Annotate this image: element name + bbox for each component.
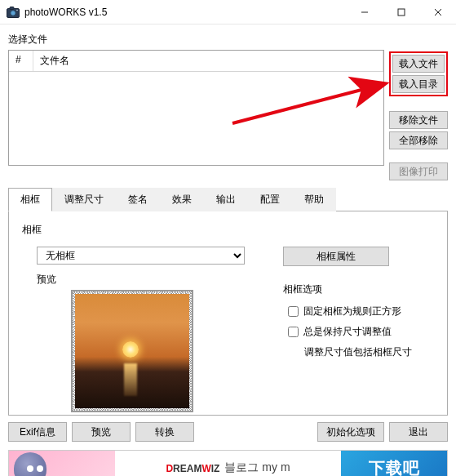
file-list-header: # 文件名	[9, 51, 383, 72]
app-icon	[7, 7, 20, 18]
exit-button[interactable]: 退出	[389, 422, 448, 442]
keep-size-note: 调整尺寸值包括相框尺寸	[304, 345, 434, 359]
tab-signature[interactable]: 签名	[116, 188, 160, 211]
tab-bar: 相框 调整尺寸 签名 效果 输出 配置 帮助	[8, 187, 448, 211]
convert-button[interactable]: 转换	[135, 422, 194, 442]
preview-image	[75, 294, 189, 408]
ad-middle: DREAMWIZ 블로그 my m	[115, 451, 341, 476]
fixed-square-checkbox[interactable]	[288, 306, 299, 317]
preview-button[interactable]: 预览	[72, 422, 131, 442]
ad-text: 블로그 my m	[224, 460, 290, 475]
tab-panel-frame: 相框 无相框 预览	[8, 211, 448, 416]
select-file-label: 选择文件	[8, 33, 448, 47]
keep-size-label: 总是保持尺寸调整值	[303, 325, 392, 339]
frame-options-title: 相框选项	[283, 282, 434, 296]
col-filename[interactable]: 文件名	[33, 51, 383, 71]
file-list-body[interactable]	[9, 72, 383, 165]
remove-file-button[interactable]: 移除文件	[389, 111, 448, 129]
ad-character	[9, 451, 115, 476]
fixed-square-label: 固定相框为规则正方形	[303, 305, 401, 318]
titlebar: photoWORKS v1.5	[0, 0, 456, 24]
fixed-square-row[interactable]: 固定相框为规则正方形	[288, 305, 434, 318]
ad-right-badge: 下载吧	[341, 451, 447, 476]
bottom-bar: Exif信息 预览 转换 初始化选项 退出	[0, 416, 456, 448]
frame-properties-button[interactable]: 相框属性	[283, 247, 389, 266]
ad-brand: DREAMWIZ	[166, 460, 219, 475]
svg-point-3	[16, 9, 18, 11]
frame-select[interactable]: 无相框	[37, 247, 245, 265]
keep-size-row[interactable]: 总是保持尺寸调整值	[288, 325, 434, 339]
svg-rect-5	[398, 9, 405, 16]
side-button-panel: 载入文件 载入目录 移除文件 全部移除 图像打印	[389, 50, 448, 180]
preview-label: 预览	[37, 273, 267, 287]
exif-button[interactable]: Exif信息	[8, 422, 67, 442]
window-title: photoWORKS v1.5	[24, 7, 346, 18]
tab-frame[interactable]: 相框	[8, 188, 52, 211]
annotation-highlight: 载入文件 载入目录	[389, 51, 448, 96]
system-buttons	[346, 0, 456, 24]
svg-point-2	[11, 10, 15, 15]
close-button[interactable]	[419, 0, 456, 24]
keep-size-checkbox[interactable]	[288, 327, 299, 337]
tab-resize[interactable]: 调整尺寸	[52, 188, 116, 211]
load-file-button[interactable]: 载入文件	[392, 55, 445, 73]
remove-all-button[interactable]: 全部移除	[389, 131, 448, 149]
tab-output[interactable]: 输出	[204, 188, 248, 211]
svg-rect-1	[10, 7, 14, 9]
minimize-button[interactable]	[346, 0, 383, 24]
image-print-button[interactable]: 图像打印	[389, 162, 448, 180]
maximize-button[interactable]	[383, 0, 419, 24]
init-options-button[interactable]: 初始化选项	[317, 422, 384, 442]
tab-effect[interactable]: 效果	[160, 188, 204, 211]
preview-frame	[71, 290, 193, 412]
load-directory-button[interactable]: 载入目录	[392, 75, 445, 93]
ad-banner[interactable]: DREAMWIZ 블로그 my m 下载吧 www.xiazaiba.com	[8, 450, 448, 476]
col-index[interactable]: #	[9, 51, 33, 71]
file-list[interactable]: # 文件名	[8, 50, 384, 166]
tab-config[interactable]: 配置	[248, 188, 292, 211]
frame-group-title: 相框	[22, 223, 434, 237]
tab-help[interactable]: 帮助	[292, 188, 336, 211]
